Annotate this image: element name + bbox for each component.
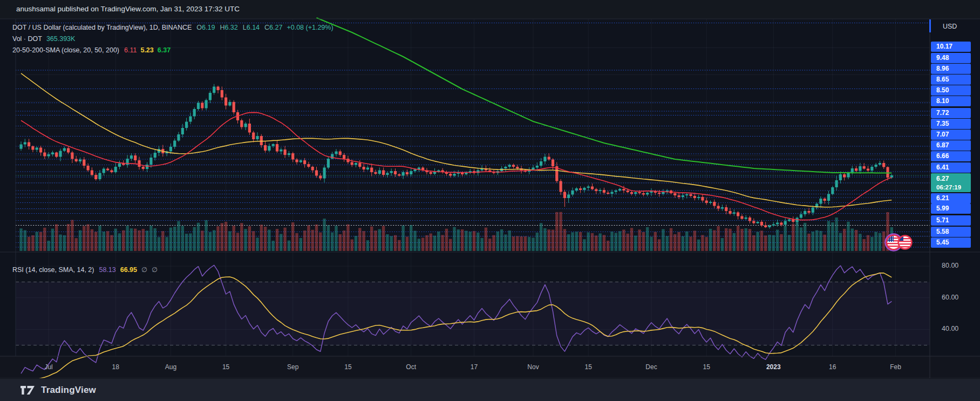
tradingview-logo-icon[interactable] xyxy=(19,385,36,396)
tradingview-published-chart: anushsamal published on TradingView.com,… xyxy=(0,0,980,401)
us-flag-watermark xyxy=(886,234,913,251)
tradingview-brand[interactable]: TradingView xyxy=(41,385,96,396)
chart-canvas[interactable] xyxy=(0,0,980,401)
footer-bar: TradingView xyxy=(0,378,980,401)
